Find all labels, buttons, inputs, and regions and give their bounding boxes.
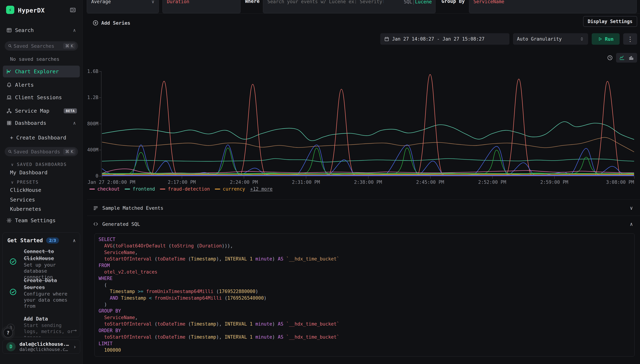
- saved-dashboards-input[interactable]: [14, 149, 63, 154]
- create-dashboard-button[interactable]: + Create Dashboard: [10, 134, 66, 141]
- x-tick-mark: [102, 176, 102, 178]
- y-tick-label: 400M: [83, 147, 98, 152]
- legend-item-fraud-detection[interactable]: fraud-detection: [160, 186, 210, 192]
- x-tick-mark: [634, 176, 634, 178]
- play-icon: [598, 37, 602, 41]
- x-tick-mark: [430, 176, 430, 178]
- chevron-down-icon: ∨: [11, 162, 14, 167]
- legend-item-currency[interactable]: currency: [215, 186, 245, 192]
- display-settings-button[interactable]: Display Settings: [583, 16, 637, 27]
- service-map-icon: [7, 108, 12, 114]
- sql-line: SELECT: [99, 236, 630, 242]
- search-icon: [8, 44, 12, 48]
- check-circle-icon: [10, 258, 17, 265]
- sidebar-item-preset-clickhouse[interactable]: ClickHouse: [10, 187, 41, 193]
- kbd-shortcut-badge: ⌘ K: [63, 43, 76, 49]
- clock-icon[interactable]: [607, 55, 613, 60]
- group-saved-dashboards[interactable]: ∨SAVED DASHBOARDS: [11, 162, 67, 167]
- help-button[interactable]: ?: [3, 328, 13, 338]
- chevron-up-icon[interactable]: ∧: [73, 238, 76, 243]
- more-options-button[interactable]: ⋮: [623, 33, 637, 45]
- x-tick-mark: [492, 176, 493, 178]
- field-input[interactable]: [162, 0, 241, 13]
- chevron-up-icon[interactable]: ∧: [73, 120, 76, 126]
- legend-more-link[interactable]: +12 more: [250, 186, 273, 192]
- logo-row: ⚡ HyperDX: [0, 5, 83, 16]
- group-presets[interactable]: ∨PRESETS: [11, 180, 39, 185]
- sidebar-item-alerts[interactable]: Alerts: [0, 81, 83, 89]
- chevron-down-icon[interactable]: ∨: [630, 205, 633, 211]
- sql-line: ): [99, 301, 630, 308]
- legend-swatch: [160, 188, 165, 190]
- sidebar-item-service-map[interactable]: Service Map BETA: [0, 107, 83, 115]
- sql-line: ORDER BY: [99, 327, 630, 334]
- series-unnamed-11: [102, 175, 634, 176]
- chevron-down-icon: ∨: [11, 180, 14, 184]
- x-tick-label: Jan 27 2:08:00 PM: [88, 180, 135, 185]
- lucene-search-box[interactable]: SQL | Lucene: [263, 0, 436, 13]
- sql-line: ServiceName,: [99, 249, 630, 256]
- line-chart-icon[interactable]: [619, 55, 624, 60]
- y-tick-label: 1.2B: [83, 95, 98, 100]
- bell-icon: [7, 82, 12, 88]
- y-tick-label: 1.6B: [83, 69, 98, 74]
- saved-searches-input[interactable]: [14, 43, 63, 49]
- generated-sql-code[interactable]: SELECT AVG(toFloat64OrDefault (toString …: [95, 234, 635, 356]
- sidebar-item-chart-explorer[interactable]: Chart Explorer: [3, 66, 80, 78]
- sql-line: (: [99, 282, 630, 288]
- sql-line: otel_v2.otel_traces: [99, 269, 630, 275]
- sql-line: toStartOfInterval (toDateTime (Timestamp…: [99, 334, 630, 340]
- legend-swatch: [90, 188, 95, 190]
- sql-lucene-toggle[interactable]: SQL | Lucene: [404, 0, 432, 13]
- sidebar-item-dashboards[interactable]: Dashboards ∧: [0, 119, 83, 127]
- get-started-progress-badge: 2/3: [46, 238, 59, 244]
- sql-line: toStartOfInterval (toDateTime (Timestamp…: [99, 321, 630, 327]
- sidebar-item-my-dashboard[interactable]: My Dashboard: [10, 170, 48, 176]
- chevron-up-icon[interactable]: ∧: [73, 28, 76, 33]
- x-tick-mark: [306, 176, 306, 178]
- sql-line: LIMIT: [99, 340, 630, 347]
- x-tick-mark: [368, 176, 368, 178]
- list-icon: [93, 205, 98, 210]
- run-button[interactable]: Run: [592, 33, 619, 45]
- chevron-down-icon: ∨: [152, 0, 154, 4]
- get-started-panel: Get Started 2/3 ∧ Connect to ClickHouse …: [3, 232, 80, 337]
- user-name: dale@clickhouse.…: [20, 341, 69, 347]
- sidebar-item-preset-services[interactable]: Services: [10, 197, 35, 203]
- legend-item-frontend[interactable]: frontend: [125, 186, 155, 192]
- chart-svg[interactable]: [102, 70, 634, 177]
- bar-chart-icon[interactable]: [628, 55, 634, 60]
- y-tick-label: 0: [83, 173, 98, 178]
- aggregation-select[interactable]: Average ∨: [87, 0, 159, 13]
- hyperdx-logo-icon: ⚡: [6, 6, 14, 14]
- collapse-sidebar-icon[interactable]: [70, 7, 76, 13]
- sidebar-item-search[interactable]: Search ∧: [0, 26, 83, 34]
- sql-line: WHERE: [99, 275, 630, 282]
- saved-dashboards-searchbox[interactable]: ⌘ K: [5, 147, 78, 156]
- chart-area: 0400M800M1.2B1.6B Jan 27 2:08:00 PM2:17:…: [83, 70, 640, 186]
- check-circle-icon: [10, 288, 17, 296]
- user-menu[interactable]: D dale@clickhouse.… dale@clickhouse.c… ›: [3, 340, 80, 354]
- field-value[interactable]: [167, 0, 236, 4]
- lucene-search-input[interactable]: [267, 0, 383, 4]
- legend-label: currency: [223, 186, 245, 192]
- group-by-input[interactable]: [469, 0, 637, 13]
- x-tick-label: 2:52:00 PM: [478, 180, 506, 185]
- sample-matched-events-section[interactable]: Sample Matched Events ∨: [83, 203, 640, 213]
- dashboards-grid-icon: [7, 120, 12, 126]
- granularity-select[interactable]: Auto Granularity: [513, 33, 588, 45]
- generated-sql-section[interactable]: Generated SQL ∧: [83, 219, 640, 229]
- table-icon: [7, 28, 12, 33]
- legend-item-checkout[interactable]: checkout: [90, 186, 120, 192]
- sidebar-item-client-sessions[interactable]: Client Sessions: [0, 94, 83, 101]
- add-series-button[interactable]: Add Series: [93, 18, 130, 28]
- where-label: Where: [245, 0, 260, 4]
- sidebar-item-team-settings[interactable]: Team Settings: [0, 216, 83, 224]
- saved-searches-searchbox[interactable]: ⌘ K: [5, 41, 78, 50]
- sidebar-item-preset-kubernetes[interactable]: Kubernetes: [10, 206, 41, 212]
- chart-type-toggle: [616, 53, 637, 62]
- group-by-value[interactable]: [473, 0, 632, 4]
- time-range-picker[interactable]: Jan 27 14:08:27 - Jan 27 15:08:27: [380, 33, 509, 45]
- chevron-up-icon[interactable]: ∧: [630, 221, 633, 227]
- x-tick-label: 2:24:00 PM: [230, 180, 258, 185]
